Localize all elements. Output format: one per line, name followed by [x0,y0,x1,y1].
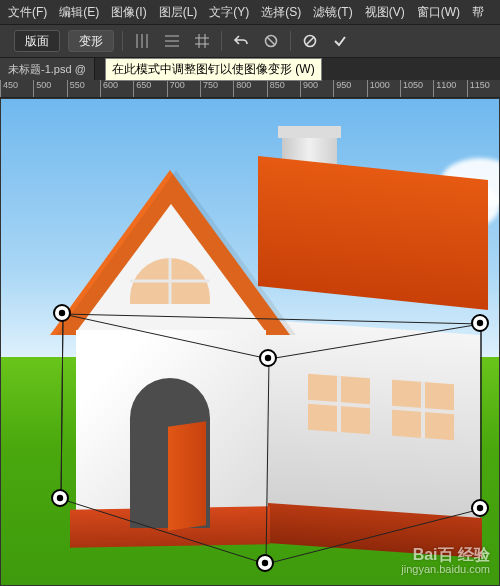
canvas: Bai百 经验 jingyan.baidu.com [0,98,500,586]
svg-point-28 [262,560,268,566]
grid-both-icon[interactable] [191,30,213,52]
divider [122,31,123,51]
puppet-pin[interactable] [470,313,490,333]
ruler-tick: 1050 [400,80,423,98]
commit-icon[interactable] [329,30,351,52]
grid-rows-icon[interactable] [161,30,183,52]
puppet-pin[interactable] [255,553,275,573]
house-window-icon [392,380,454,440]
menu-select[interactable]: 选择(S) [255,0,307,24]
puppet-pin[interactable] [50,488,70,508]
menu-edit[interactable]: 编辑(E) [53,0,105,24]
ruler-tick: 450 [0,80,18,98]
document-tab-bar: 未标题-1.psd @ 在此模式中调整图钉以使图像变形 (W) [0,58,500,80]
watermark-brand: Bai百 经验 [401,548,490,562]
svg-line-13 [306,37,314,45]
ruler-tick: 700 [167,80,185,98]
menu-image[interactable]: 图像(I) [105,0,152,24]
cancel-icon[interactable] [299,30,321,52]
house-chimney-cap [278,126,341,138]
ruler-tick: 800 [233,80,251,98]
svg-point-26 [57,495,63,501]
ruler-tick: 900 [300,80,318,98]
puppet-pin[interactable] [470,498,490,518]
ruler-tick: 850 [267,80,285,98]
svg-line-11 [267,37,275,45]
menu-help[interactable]: 帮 [466,0,490,24]
options-bar: 版面 变形 [0,24,500,58]
menu-view[interactable]: 视图(V) [359,0,411,24]
ruler-tick: 1150 [467,80,490,98]
ruler-tick: 650 [133,80,151,98]
ruler-tick: 500 [33,80,51,98]
menu-filter[interactable]: 滤镜(T) [307,0,358,24]
ruler-tick: 1100 [433,80,456,98]
ruler-tick: 950 [333,80,351,98]
house-illustration [20,108,490,568]
remove-pin-icon[interactable] [260,30,282,52]
grid-dense-icon[interactable] [131,30,153,52]
menu-bar: 文件(F) 编辑(E) 图像(I) 图层(L) 文字(Y) 选择(S) 滤镜(T… [0,0,500,24]
menu-layer[interactable]: 图层(L) [153,0,204,24]
document-tab[interactable]: 未标题-1.psd @ [0,58,95,80]
divider [221,31,222,51]
house-window-icon [308,374,370,434]
menu-type[interactable]: 文字(Y) [203,0,255,24]
watermark: Bai百 经验 jingyan.baidu.com [401,548,490,576]
ruler-tick: 1000 [367,80,390,98]
ruler-tick: 750 [200,80,218,98]
watermark-url: jingyan.baidu.com [401,562,490,576]
menu-window[interactable]: 窗口(W) [411,0,466,24]
ruler-horizontal[interactable]: 4505005506006507007508008509009501000105… [0,80,500,98]
menu-file[interactable]: 文件(F) [2,0,53,24]
mode-button[interactable]: 版面 [14,30,60,52]
canvas-area[interactable]: Bai百 经验 jingyan.baidu.com [0,98,500,586]
undo-icon[interactable] [230,30,252,52]
warp-button[interactable]: 变形 [68,30,114,52]
svg-point-24 [477,320,483,326]
svg-point-30 [477,505,483,511]
warp-tooltip: 在此模式中调整图钉以使图像变形 (W) [105,58,322,81]
svg-point-22 [265,355,271,361]
puppet-pin[interactable] [258,348,278,368]
ruler-tick: 600 [100,80,118,98]
ruler-tick: 550 [67,80,85,98]
divider [290,31,291,51]
house-door [168,421,206,530]
svg-point-20 [59,310,65,316]
puppet-pin[interactable] [52,303,72,323]
